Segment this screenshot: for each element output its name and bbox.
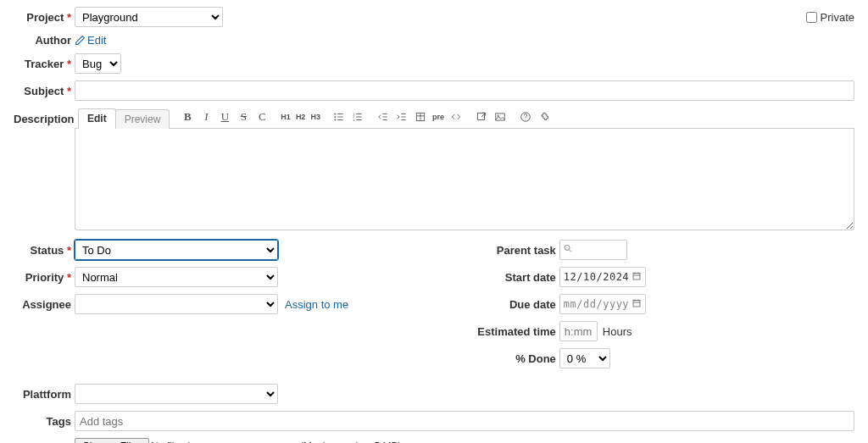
help-icon[interactable] <box>516 108 535 125</box>
status-label: Status <box>14 244 75 257</box>
priority-select[interactable]: Normal <box>75 267 278 287</box>
italic-icon[interactable]: I <box>197 108 215 125</box>
assign-to-me-link[interactable]: Assign to me <box>285 298 348 311</box>
svg-point-4 <box>335 119 336 120</box>
estimated-time-label: Estimated time <box>468 325 559 338</box>
start-date-label: Start date <box>468 271 559 284</box>
svg-rect-21 <box>477 113 484 119</box>
start-date-input[interactable]: 12/10/2024 <box>559 267 646 287</box>
tab-preview[interactable]: Preview <box>115 109 170 129</box>
svg-rect-29 <box>633 273 640 280</box>
pencil-icon <box>75 35 86 46</box>
parent-task-input[interactable] <box>559 240 627 260</box>
parent-task-label: Parent task <box>468 244 559 257</box>
assignee-label: Assignee <box>14 298 75 311</box>
strike-icon[interactable]: S <box>234 108 253 125</box>
tags-label: Tags <box>14 415 75 428</box>
percent-done-label: % Done <box>468 352 559 365</box>
svg-line-22 <box>481 113 486 117</box>
h3-button[interactable]: H3 <box>308 108 323 125</box>
calendar-icon <box>632 298 642 311</box>
author-label: Author <box>14 34 75 47</box>
code-icon[interactable] <box>447 108 465 125</box>
image-icon[interactable] <box>491 108 509 125</box>
choose-files-button[interactable]: Choose Files <box>75 438 149 443</box>
svg-point-0 <box>335 114 336 114</box>
bold-icon[interactable]: B <box>178 108 197 125</box>
tracker-select[interactable]: Bug <box>75 53 121 74</box>
svg-point-2 <box>335 116 336 117</box>
clear-format-icon[interactable]: C <box>253 108 271 125</box>
private-checkbox[interactable] <box>806 12 817 23</box>
author-edit-link[interactable]: Edit <box>87 34 106 47</box>
subject-input[interactable] <box>75 80 854 101</box>
tags-input[interactable] <box>75 411 854 431</box>
priority-label: Priority <box>14 271 75 284</box>
quote-out-icon[interactable] <box>374 108 392 125</box>
tracker-label: Tracker <box>14 58 75 70</box>
quote-in-icon[interactable] <box>392 108 411 125</box>
ol-icon[interactable]: 123 <box>348 108 367 125</box>
tab-edit[interactable]: Edit <box>78 108 116 129</box>
description-label: Description <box>14 108 75 125</box>
hours-label: Hours <box>603 325 632 338</box>
description-textarea[interactable] <box>75 129 854 230</box>
svg-rect-33 <box>633 300 640 307</box>
svg-text:3: 3 <box>353 118 354 122</box>
link-icon[interactable] <box>472 108 491 125</box>
subject-label: Subject <box>14 85 75 97</box>
h2-button[interactable]: H2 <box>293 108 309 125</box>
project-select[interactable]: Playground <box>75 7 223 27</box>
assignee-select[interactable] <box>75 294 278 314</box>
ul-icon[interactable] <box>330 108 348 125</box>
h1-button[interactable]: H1 <box>278 108 293 125</box>
plattform-select[interactable] <box>75 384 278 404</box>
project-label: Project <box>14 11 75 24</box>
svg-point-24 <box>498 115 499 117</box>
table-icon[interactable] <box>411 108 430 125</box>
due-date-input[interactable]: mm/dd/yyyy <box>559 294 646 314</box>
private-label: Private <box>821 11 854 24</box>
svg-rect-23 <box>496 114 505 120</box>
svg-point-26 <box>525 119 526 119</box>
due-date-label: Due date <box>468 298 559 311</box>
percent-done-select[interactable]: 0 % <box>559 348 610 368</box>
extension-icon[interactable] <box>535 108 554 125</box>
underline-icon[interactable]: U <box>215 108 234 125</box>
estimated-time-input[interactable] <box>559 321 598 341</box>
files-label: Files <box>14 440 75 444</box>
status-select[interactable]: To Do <box>75 240 278 260</box>
pre-button[interactable]: pre <box>430 108 447 125</box>
calendar-icon <box>632 271 642 284</box>
plattform-label: Plattform <box>14 388 75 401</box>
